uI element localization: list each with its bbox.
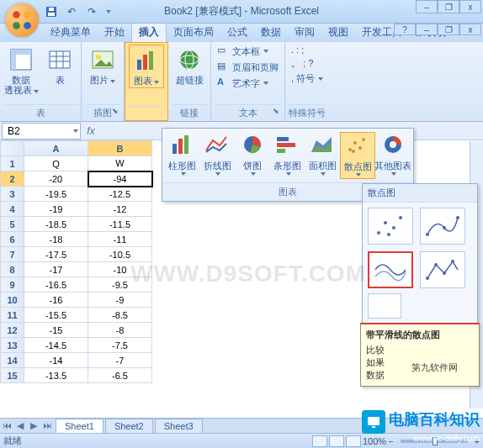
sheet-tab-3[interactable]: Sheet3 — [155, 419, 203, 433]
fx-icon[interactable]: fx — [81, 125, 101, 137]
row-header[interactable]: 3 — [1, 187, 24, 202]
tab-view[interactable]: 视图 — [321, 23, 355, 42]
row-header[interactable]: 10 — [1, 293, 24, 308]
cell[interactable]: -11 — [88, 232, 152, 247]
col-B[interactable]: B — [88, 141, 152, 156]
cell[interactable]: -16 — [24, 293, 88, 308]
row-header[interactable]: 8 — [1, 262, 24, 277]
qat-dropdown-icon[interactable] — [106, 10, 111, 13]
bar-chart-button[interactable]: 条形图 — [270, 132, 305, 179]
cell[interactable]: -13.5 — [24, 368, 88, 383]
office-button[interactable] — [5, 3, 39, 37]
row-header[interactable]: 4 — [1, 202, 24, 217]
scatter-straight-markers[interactable] — [420, 251, 465, 288]
tab-layout[interactable]: 页面布局 — [167, 23, 220, 42]
save-icon[interactable] — [44, 4, 59, 19]
zoom-out[interactable]: − — [388, 436, 393, 446]
cell[interactable]: -18 — [24, 232, 88, 247]
wb-minimize-button[interactable]: – — [416, 24, 438, 35]
cell[interactable]: -12 — [88, 202, 152, 217]
wordart-button[interactable]: A艺术字 — [215, 76, 281, 91]
maximize-button[interactable]: ❐ — [438, 0, 459, 13]
cell[interactable]: Q — [24, 156, 88, 171]
chart-button[interactable]: 图表 — [129, 45, 164, 88]
row-header[interactable]: 9 — [1, 277, 24, 293]
redo-icon[interactable]: ↷ — [84, 4, 99, 19]
row-header[interactable]: 2 — [1, 171, 24, 187]
cell[interactable]: W — [88, 156, 152, 171]
row-header[interactable]: 1 — [1, 156, 24, 171]
cell[interactable]: -8 — [88, 323, 152, 338]
row-header[interactable]: 7 — [1, 247, 24, 262]
namebox-dropdown-icon[interactable] — [73, 129, 78, 133]
tab-insert[interactable]: 插入 — [131, 22, 167, 42]
row-header[interactable]: 14 — [1, 353, 24, 368]
cell[interactable]: -9.5 — [88, 277, 152, 293]
tab-formulas[interactable]: 公式 — [220, 23, 254, 42]
cell[interactable]: -19.5 — [24, 187, 88, 202]
minimize-button[interactable]: – — [416, 0, 438, 13]
cell[interactable]: -15.5 — [24, 308, 88, 323]
scatter-markers-only[interactable] — [368, 208, 413, 245]
cell[interactable]: -6.5 — [88, 368, 152, 383]
cell[interactable]: -14.5 — [24, 338, 88, 353]
select-all[interactable] — [1, 141, 24, 156]
cell[interactable]: -15 — [24, 323, 88, 338]
sheet-nav[interactable]: ⏮◀▶⏭ — [0, 420, 54, 431]
row-header[interactable]: 12 — [1, 323, 24, 338]
cell[interactable]: -9 — [88, 293, 152, 308]
tab-data[interactable]: 数据 — [254, 23, 288, 42]
close-button[interactable]: x — [459, 0, 481, 13]
cell[interactable]: -14 — [24, 353, 88, 368]
row-header[interactable]: 15 — [1, 368, 24, 383]
help-button[interactable]: ? — [394, 24, 416, 35]
zoom-slider[interactable] — [401, 440, 468, 443]
picture-button[interactable]: 图片 — [85, 44, 120, 87]
wb-restore-button[interactable]: ❐ — [438, 24, 459, 35]
row-header[interactable]: 11 — [1, 308, 24, 323]
wb-close-button[interactable]: x — [459, 24, 481, 35]
cell[interactable]: -17.5 — [24, 247, 88, 262]
scatter-smooth-markers[interactable] — [420, 208, 465, 245]
cell[interactable]: -12.5 — [88, 187, 152, 202]
table-button[interactable]: 表 — [42, 44, 77, 87]
cell[interactable]: -20 — [24, 171, 88, 187]
cell[interactable]: -18.5 — [24, 217, 88, 232]
undo-icon[interactable]: ↶ — [64, 4, 79, 19]
row-header[interactable]: 13 — [1, 338, 24, 353]
other-chart-button[interactable]: 其他图表 — [375, 132, 411, 179]
cell[interactable]: -7 — [88, 353, 152, 368]
cell[interactable]: -94 — [88, 171, 152, 187]
view-normal[interactable] — [312, 435, 327, 447]
tab-classic[interactable]: 经典菜单 — [44, 23, 98, 42]
column-chart-button[interactable]: 柱形图 — [165, 132, 200, 179]
name-box[interactable]: B2 — [2, 123, 81, 140]
zoom-in[interactable]: + — [475, 436, 480, 446]
cell[interactable]: -17 — [24, 262, 88, 277]
tab-home[interactable]: 开始 — [98, 23, 131, 42]
area-chart-button[interactable]: 面积图 — [305, 132, 341, 179]
tab-review[interactable]: 审阅 — [288, 23, 321, 42]
cell[interactable]: -11.5 — [88, 217, 152, 232]
row-header[interactable]: 6 — [1, 232, 24, 247]
sheet-tab-2[interactable]: Sheet2 — [105, 419, 153, 433]
view-layout[interactable] — [329, 435, 344, 447]
sheet-tab-1[interactable]: Sheet1 — [56, 419, 104, 433]
symbol-button[interactable]: , 符号 — [289, 71, 326, 86]
cell[interactable]: -8.5 — [88, 308, 152, 323]
scatter-straight-lines[interactable] — [368, 293, 401, 319]
pivot-table-button[interactable]: 数据透视表 — [3, 44, 39, 98]
symbol-row-2[interactable]: 。 ; ? — [289, 56, 326, 71]
hyperlink-button[interactable]: 超链接 — [172, 44, 207, 87]
header-footer-button[interactable]: ▤页眉和页脚 — [215, 60, 281, 75]
col-A[interactable]: A — [24, 141, 88, 156]
scatter-smooth-lines[interactable] — [368, 251, 413, 288]
symbol-row-1[interactable]: . : ; — [289, 44, 326, 55]
line-chart-button[interactable]: 折线图 — [200, 132, 236, 179]
cell[interactable]: -19 — [24, 202, 88, 217]
view-pagebreak[interactable] — [346, 435, 361, 447]
cell[interactable]: -16.5 — [24, 277, 88, 293]
textbox-button[interactable]: ▭文本框 — [215, 44, 281, 59]
cell[interactable]: -10.5 — [88, 247, 152, 262]
cell[interactable]: -7.5 — [88, 338, 152, 353]
